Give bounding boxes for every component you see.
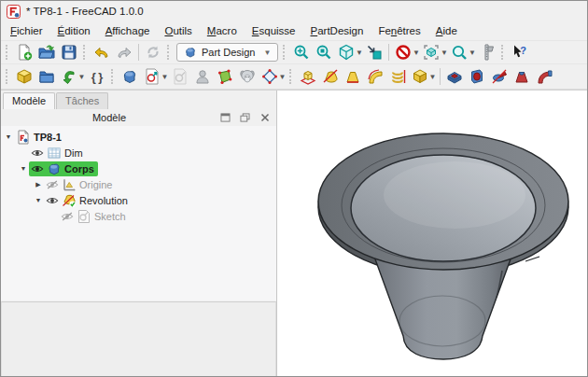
- expander-icon[interactable]: ▼: [3, 133, 14, 140]
- variable-set-icon: { }: [89, 68, 105, 85]
- visibility-eye-off-icon[interactable]: [61, 210, 74, 223]
- menu-affichage[interactable]: Affichage: [98, 23, 158, 38]
- 3d-viewport[interactable]: [277, 91, 587, 376]
- visibility-eye-icon[interactable]: [31, 147, 44, 160]
- create-body-button[interactable]: [119, 65, 141, 88]
- workbench-selector[interactable]: Part Design ▼: [176, 43, 278, 62]
- visibility-eye-icon[interactable]: [31, 162, 44, 175]
- refresh-button[interactable]: [142, 41, 164, 63]
- create-part-button[interactable]: [13, 65, 35, 88]
- pocket-button[interactable]: [443, 65, 466, 88]
- undo-button[interactable]: [91, 41, 113, 63]
- tab-modele[interactable]: Modèle: [3, 92, 55, 109]
- create-sketch-dropdown[interactable]: ▼: [161, 73, 169, 81]
- menu-macro[interactable]: Macro: [200, 23, 245, 38]
- tree-row-sketch[interactable]: Sketch: [1, 208, 276, 224]
- property-editor-panel[interactable]: [1, 301, 276, 376]
- create-group-button[interactable]: [35, 65, 58, 88]
- edit-sketch-button[interactable]: [169, 65, 191, 88]
- expander-icon[interactable]: ▼: [18, 165, 29, 172]
- open-document-icon: [38, 44, 55, 61]
- save-document-button[interactable]: [58, 41, 80, 63]
- subtractive-sweep-button[interactable]: [533, 65, 555, 88]
- standard-views-dropdown[interactable]: ▼: [355, 49, 363, 57]
- new-document-icon: [16, 44, 33, 61]
- dock-button[interactable]: [218, 112, 232, 124]
- additive-loft-icon: [344, 68, 361, 85]
- menu-aide[interactable]: Aide: [428, 23, 465, 38]
- model-tree: ▼ TP8-1 Dim ▼: [1, 126, 276, 300]
- expander-icon[interactable]: ▶: [33, 181, 44, 188]
- bounding-box-dropdown[interactable]: ▼: [440, 49, 448, 57]
- whats-this-icon: ?: [511, 44, 528, 61]
- toolbar-handle: [83, 45, 88, 60]
- tree-row-origine[interactable]: ▶ Origine: [1, 176, 276, 192]
- tree-row-revolution[interactable]: ▼ Revolution: [1, 192, 276, 208]
- funnel-model[interactable]: [277, 91, 587, 377]
- measure-button[interactable]: [476, 41, 498, 63]
- fit-all-icon: [293, 44, 310, 61]
- create-clone-button[interactable]: [236, 65, 259, 88]
- new-document-button[interactable]: [13, 41, 35, 63]
- create-variable-set-button[interactable]: { }: [86, 65, 108, 88]
- draw-style-dropdown[interactable]: ▼: [412, 49, 420, 57]
- create-part-icon: [16, 68, 33, 85]
- visibility-eye-icon[interactable]: [46, 194, 59, 207]
- pad-button[interactable]: [297, 65, 319, 88]
- create-shape-binder-button[interactable]: [214, 65, 236, 88]
- window-title: * TP8-1 - FreeCAD 1.0.0: [26, 6, 144, 17]
- create-datum-dropdown[interactable]: ▼: [278, 73, 287, 81]
- tree-item-label: TP8-1: [34, 132, 62, 143]
- save-document-icon: [61, 44, 77, 61]
- datum-plane-icon: [261, 68, 278, 85]
- close-panel-button[interactable]: [258, 112, 272, 124]
- additive-helix-icon: [389, 68, 406, 85]
- sketch-icon: [77, 209, 91, 224]
- menu-fichier[interactable]: Fichier: [3, 23, 50, 38]
- menu-partdesign[interactable]: PartDesign: [302, 23, 371, 38]
- sync-view-button[interactable]: [363, 41, 385, 63]
- menu-outils[interactable]: Outils: [157, 23, 199, 38]
- open-document-button[interactable]: [35, 41, 58, 63]
- subtractive-loft-button[interactable]: [511, 65, 533, 88]
- toolbar-separator: [138, 44, 139, 61]
- fit-all-button[interactable]: [290, 41, 313, 63]
- expander-icon[interactable]: ▼: [33, 197, 44, 203]
- additive-primitive-dropdown[interactable]: ▼: [428, 73, 437, 81]
- float-button[interactable]: [238, 112, 252, 124]
- tree-row-corps[interactable]: ▼ Corps: [1, 161, 276, 176]
- create-group-icon: [38, 68, 55, 85]
- tree-item-label: Sketch: [94, 211, 126, 222]
- origin-icon: [62, 177, 77, 192]
- model-dock-panel: Modèle Tâches Modèle ▼ TP8-1: [1, 91, 277, 376]
- tree-row-dim[interactable]: Dim: [1, 145, 276, 161]
- make-link-dropdown[interactable]: ▼: [77, 73, 86, 81]
- groove-button[interactable]: [488, 65, 511, 88]
- toolbar-separator: [388, 44, 389, 61]
- additive-sweep-button[interactable]: [364, 65, 386, 88]
- additive-helix-button[interactable]: [386, 65, 409, 88]
- tree-row-document[interactable]: ▼ TP8-1: [1, 129, 276, 145]
- map-sketch-button[interactable]: [191, 65, 214, 88]
- revolution-button[interactable]: [319, 65, 342, 88]
- visibility-eye-off-icon[interactable]: [46, 178, 59, 191]
- whats-this-button[interactable]: ?: [509, 41, 531, 63]
- menu-edition[interactable]: Édition: [50, 23, 98, 38]
- fit-selection-icon: [315, 44, 332, 61]
- menu-fenetres[interactable]: Fenêtres: [371, 23, 427, 38]
- menu-bar: Fichier Édition Affichage Outils Macro E…: [1, 21, 587, 40]
- hole-icon: [469, 68, 485, 85]
- isometric-cube-icon: [338, 44, 355, 61]
- refresh-icon: [145, 44, 161, 61]
- menu-esquisse[interactable]: Esquisse: [245, 23, 303, 38]
- fit-selection-button[interactable]: [313, 41, 335, 63]
- redo-button[interactable]: [113, 41, 135, 63]
- zoom-tools-dropdown[interactable]: ▼: [468, 49, 476, 57]
- spreadsheet-icon: [47, 146, 62, 161]
- toolbar-handle: [167, 45, 172, 60]
- additive-loft-button[interactable]: [342, 65, 364, 88]
- tab-taches[interactable]: Tâches: [56, 92, 108, 109]
- panel-header: Modèle: [1, 109, 276, 126]
- hole-button[interactable]: [466, 65, 488, 88]
- freecad-window: * TP8-1 - FreeCAD 1.0.0 Fichier Édition …: [0, 0, 588, 377]
